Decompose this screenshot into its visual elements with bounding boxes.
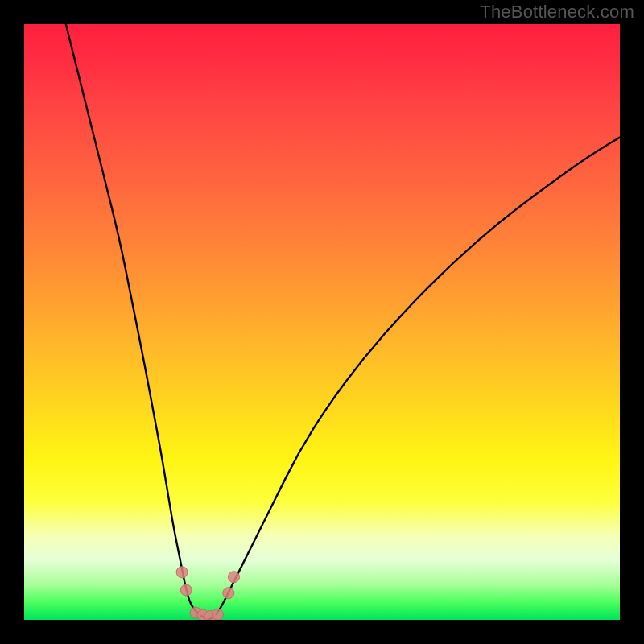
floor-marker-4 xyxy=(213,609,224,620)
right-dip-marker-2 xyxy=(228,572,239,583)
series-left-curve xyxy=(66,24,209,620)
curves-svg xyxy=(24,24,620,620)
left-dip-marker-2 xyxy=(180,584,192,596)
left-dip-marker-1 xyxy=(176,567,188,578)
plot-area xyxy=(24,24,620,620)
chart-stage: TheBottleneck.com xyxy=(0,0,644,644)
watermark-text: TheBottleneck.com xyxy=(480,2,634,23)
right-dip-marker-1 xyxy=(223,588,234,599)
series-right-curve xyxy=(208,138,620,620)
